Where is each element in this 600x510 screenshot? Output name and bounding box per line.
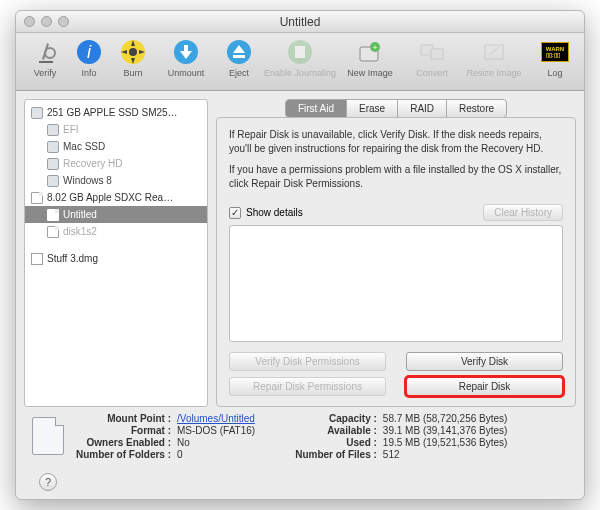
sidebar-item-vol-selected[interactable]: Untitled (25, 206, 207, 223)
sidebar-item-disk[interactable]: 8.02 GB Apple SDXC Rea… (25, 189, 207, 206)
show-details-checkbox[interactable]: ✓ (229, 207, 241, 219)
svg-rect-15 (431, 49, 443, 59)
enable-journaling-button: Enable Journaling (262, 37, 338, 78)
repair-permissions-button: Repair Disk Permissions (229, 377, 386, 396)
convert-icon (417, 37, 447, 67)
available-value: 39.1 MB (39,141,376 Bytes) (383, 425, 508, 436)
tab-first-aid[interactable]: First Aid (286, 100, 347, 117)
titlebar: Untitled (16, 11, 584, 33)
burn-icon (118, 37, 148, 67)
sidebar-item-vol[interactable]: Recovery HD (25, 155, 207, 172)
tab-erase[interactable]: Erase (347, 100, 398, 117)
sdcard-icon (47, 226, 59, 238)
capacity-value: 58.7 MB (58,720,256 Bytes) (383, 413, 508, 424)
sdcard-icon (31, 192, 43, 204)
mount-point-value[interactable]: /Volumes/Untitled (177, 413, 255, 424)
repair-disk-button[interactable]: Repair Disk (406, 377, 563, 396)
svg-point-1 (45, 48, 55, 58)
tab-bar: First Aid Erase RAID Restore (216, 99, 576, 118)
sidebar-item-vol[interactable]: disk1s2 (25, 223, 207, 240)
svg-text:+: + (373, 43, 378, 52)
eject-button[interactable]: Eject (218, 37, 260, 78)
folders-value: 0 (177, 449, 255, 460)
sidebar: 251 GB APPLE SSD SM25… EFI Mac SSD Recov… (24, 99, 208, 407)
window-title: Untitled (16, 15, 584, 29)
sidebar-item-vol[interactable]: EFI (25, 121, 207, 138)
unmount-button[interactable]: Unmount (156, 37, 216, 78)
tab-raid[interactable]: RAID (398, 100, 447, 117)
convert-button: Convert (402, 37, 462, 78)
folders-label: Number of Folders : (76, 449, 171, 460)
owners-value: No (177, 437, 255, 448)
burn-button[interactable]: Burn (112, 37, 154, 78)
log-button[interactable]: WARN▯▯:▯▯ Log (534, 37, 576, 78)
owners-label: Owners Enabled : (76, 437, 171, 448)
clear-history-button: Clear History (483, 204, 563, 221)
new-image-button[interactable]: + New Image (340, 37, 400, 78)
used-label: Used : (295, 437, 377, 448)
svg-rect-8 (233, 55, 245, 58)
sidebar-item-dmg[interactable]: Stuff 3.dmg (25, 250, 207, 267)
svg-point-5 (129, 48, 137, 56)
mount-point-label: Mount Point : (76, 413, 171, 424)
info-button[interactable]: i Info (68, 37, 110, 78)
sidebar-item-vol[interactable]: Windows 8 (25, 172, 207, 189)
microscope-icon (30, 37, 60, 67)
info-icon: i (74, 37, 104, 67)
used-value: 19.5 MB (19,521,536 Bytes) (383, 437, 508, 448)
capacity-label: Capacity : (295, 413, 377, 424)
volume-icon (47, 141, 59, 153)
window: Untitled Verify i Info Burn Unmount (15, 10, 585, 500)
sidebar-item-vol[interactable]: Mac SSD (25, 138, 207, 155)
eject-icon (224, 37, 254, 67)
sidebar-item-disk[interactable]: 251 GB APPLE SSD SM25… (25, 104, 207, 121)
format-label: Format : (76, 425, 171, 436)
resize-image-button: Resize Image (464, 37, 524, 78)
show-details-label: Show details (246, 207, 303, 218)
unmount-icon (171, 37, 201, 67)
verify-disk-button[interactable]: Verify Disk (406, 352, 563, 371)
files-value: 512 (383, 449, 508, 460)
dmg-icon (31, 253, 43, 265)
new-image-icon: + (355, 37, 385, 67)
journal-icon (285, 37, 315, 67)
main-panel: First Aid Erase RAID Restore If Repair D… (212, 91, 584, 407)
log-icon: WARN▯▯:▯▯ (540, 37, 570, 67)
volume-icon (47, 158, 59, 170)
hdd-icon (31, 107, 43, 119)
resize-icon (479, 37, 509, 67)
first-aid-panel: If Repair Disk is unavailable, click Ver… (216, 117, 576, 407)
help-button[interactable]: ? (39, 473, 57, 491)
instructions: If Repair Disk is unavailable, click Ver… (229, 128, 563, 198)
volume-icon (47, 124, 59, 136)
verify-button[interactable]: Verify (24, 37, 66, 78)
volume-icon (47, 175, 59, 187)
svg-rect-0 (39, 61, 53, 63)
format-value: MS-DOS (FAT16) (177, 425, 255, 436)
svg-rect-10 (295, 46, 305, 58)
files-label: Number of Files : (295, 449, 377, 460)
tab-restore[interactable]: Restore (447, 100, 506, 117)
sdcard-large-icon (32, 417, 64, 455)
info-footer: ? Mount Point : /Volumes/Untitled Format… (16, 407, 584, 499)
sdcard-icon (47, 209, 59, 221)
log-textarea[interactable] (229, 225, 563, 342)
available-label: Available : (295, 425, 377, 436)
svg-rect-16 (485, 45, 503, 59)
verify-permissions-button: Verify Disk Permissions (229, 352, 386, 371)
toolbar: Verify i Info Burn Unmount Eject (16, 33, 584, 91)
